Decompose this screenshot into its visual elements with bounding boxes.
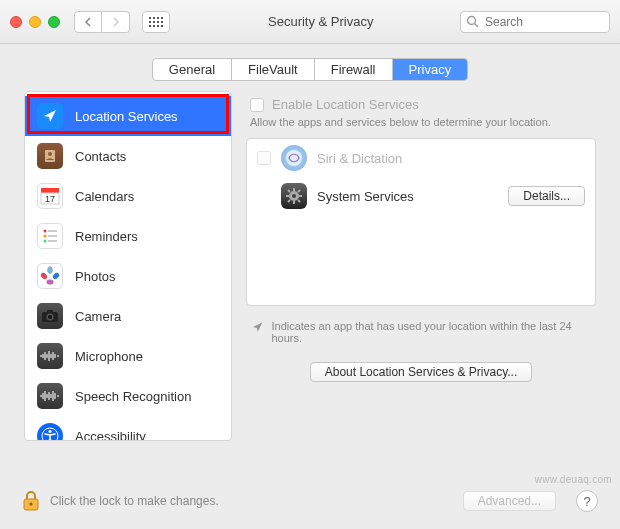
usage-note-text: Indicates an app that has used your loca… bbox=[271, 320, 590, 344]
sidebar-item-label: Calendars bbox=[75, 189, 134, 204]
calendar-icon: 17 bbox=[37, 183, 63, 209]
sidebar-item-location-services[interactable]: Location Services bbox=[25, 96, 231, 136]
list-item-system-services: System Services Details... bbox=[247, 177, 595, 215]
zoom-window-button[interactable] bbox=[48, 16, 60, 28]
window-controls bbox=[10, 16, 60, 28]
app-label: Siri & Dictation bbox=[317, 151, 402, 166]
usage-note: Indicates an app that has used your loca… bbox=[246, 306, 596, 358]
svg-rect-4 bbox=[41, 188, 59, 193]
tab-filevault[interactable]: FileVault bbox=[232, 59, 315, 80]
app-checkbox[interactable] bbox=[257, 151, 271, 165]
svg-point-18 bbox=[48, 267, 53, 274]
contacts-icon bbox=[37, 143, 63, 169]
svg-point-28 bbox=[48, 430, 51, 433]
svg-line-36 bbox=[288, 190, 290, 192]
svg-point-0 bbox=[468, 16, 476, 24]
app-label: System Services bbox=[317, 189, 414, 204]
sidebar-item-label: Photos bbox=[75, 269, 115, 284]
lock-icon[interactable] bbox=[22, 490, 40, 512]
privacy-sidebar: Location Services Contacts 17 Calendars … bbox=[24, 91, 232, 441]
back-button[interactable] bbox=[74, 11, 102, 33]
titlebar: Security & Privacy bbox=[0, 0, 620, 44]
camera-icon bbox=[37, 303, 63, 329]
siri-icon bbox=[281, 145, 307, 171]
content-pane: Enable Location Services Allow the apps … bbox=[246, 91, 596, 441]
forward-button[interactable] bbox=[102, 11, 130, 33]
chevron-left-icon bbox=[84, 17, 92, 27]
sidebar-item-microphone[interactable]: Microphone bbox=[25, 336, 231, 376]
chevron-right-icon bbox=[112, 17, 120, 27]
reminders-icon bbox=[37, 223, 63, 249]
svg-rect-12 bbox=[48, 240, 57, 242]
lock-text: Click the lock to make changes. bbox=[50, 494, 219, 508]
sidebar-item-contacts[interactable]: Contacts bbox=[25, 136, 231, 176]
sidebar-item-speech-recognition[interactable]: Speech Recognition bbox=[25, 376, 231, 416]
svg-point-41 bbox=[30, 503, 33, 506]
sidebar-item-calendars[interactable]: 17 Calendars bbox=[25, 176, 231, 216]
enable-location-label: Enable Location Services bbox=[272, 97, 419, 112]
show-all-button[interactable] bbox=[142, 11, 170, 33]
grid-icon bbox=[149, 17, 163, 27]
search-input[interactable] bbox=[460, 11, 610, 33]
svg-rect-10 bbox=[48, 235, 57, 237]
svg-line-1 bbox=[475, 23, 479, 27]
tab-privacy[interactable]: Privacy bbox=[393, 59, 468, 80]
sidebar-item-label: Accessibility bbox=[75, 429, 146, 442]
location-arrow-icon bbox=[252, 321, 263, 333]
gear-icon bbox=[281, 183, 307, 209]
svg-point-3 bbox=[48, 152, 52, 156]
apps-list: Siri & Dictation System Services Details… bbox=[246, 138, 596, 306]
watermark: www.deuaq.com bbox=[535, 474, 612, 485]
enable-location-checkbox[interactable] bbox=[250, 98, 264, 112]
svg-rect-8 bbox=[48, 230, 57, 232]
svg-point-31 bbox=[292, 194, 296, 198]
svg-point-9 bbox=[44, 235, 47, 238]
photos-icon bbox=[37, 263, 63, 289]
speech-recognition-icon bbox=[37, 383, 63, 409]
tab-firewall[interactable]: Firewall bbox=[315, 59, 393, 80]
sidebar-item-label: Microphone bbox=[75, 349, 143, 364]
enable-location-description: Allow the apps and services below to det… bbox=[246, 114, 596, 138]
window-title: Security & Privacy bbox=[268, 14, 373, 29]
sidebar-item-label: Reminders bbox=[75, 229, 138, 244]
sidebar-item-accessibility[interactable]: Accessibility bbox=[25, 416, 231, 441]
nav-segment bbox=[74, 11, 130, 33]
tab-segment: General FileVault Firewall Privacy bbox=[152, 58, 468, 81]
search-wrap bbox=[460, 11, 610, 33]
details-button[interactable]: Details... bbox=[508, 186, 585, 206]
accessibility-icon bbox=[37, 423, 63, 441]
svg-rect-25 bbox=[47, 310, 53, 313]
sidebar-item-label: Camera bbox=[75, 309, 121, 324]
svg-line-37 bbox=[298, 200, 300, 202]
list-item-siri: Siri & Dictation bbox=[247, 139, 595, 177]
svg-line-39 bbox=[298, 190, 300, 192]
close-window-button[interactable] bbox=[10, 16, 22, 28]
about-location-button[interactable]: About Location Services & Privacy... bbox=[310, 362, 533, 382]
svg-point-7 bbox=[44, 230, 47, 233]
sidebar-item-label: Speech Recognition bbox=[75, 389, 191, 404]
sidebar-item-camera[interactable]: Camera bbox=[25, 296, 231, 336]
tab-general[interactable]: General bbox=[153, 59, 232, 80]
microphone-icon bbox=[37, 343, 63, 369]
sidebar-item-label: Contacts bbox=[75, 149, 126, 164]
footer: Click the lock to make changes. Advanced… bbox=[0, 481, 620, 521]
minimize-window-button[interactable] bbox=[29, 16, 41, 28]
advanced-button[interactable]: Advanced... bbox=[463, 491, 556, 511]
tab-row: General FileVault Firewall Privacy bbox=[0, 44, 620, 91]
main-area: Location Services Contacts 17 Calendars … bbox=[0, 91, 620, 441]
svg-text:17: 17 bbox=[45, 194, 55, 204]
about-row: About Location Services & Privacy... bbox=[246, 358, 596, 382]
svg-point-24 bbox=[48, 315, 52, 319]
svg-point-13 bbox=[47, 273, 54, 280]
search-icon bbox=[466, 15, 479, 28]
help-button[interactable]: ? bbox=[576, 490, 598, 512]
svg-line-38 bbox=[288, 200, 290, 202]
location-arrow-icon bbox=[37, 103, 63, 129]
sidebar-item-label: Location Services bbox=[75, 109, 178, 124]
enable-row: Enable Location Services bbox=[246, 91, 596, 114]
sidebar-item-photos[interactable]: Photos bbox=[25, 256, 231, 296]
sidebar-item-reminders[interactable]: Reminders bbox=[25, 216, 231, 256]
svg-point-20 bbox=[47, 280, 54, 285]
svg-point-11 bbox=[44, 240, 47, 243]
